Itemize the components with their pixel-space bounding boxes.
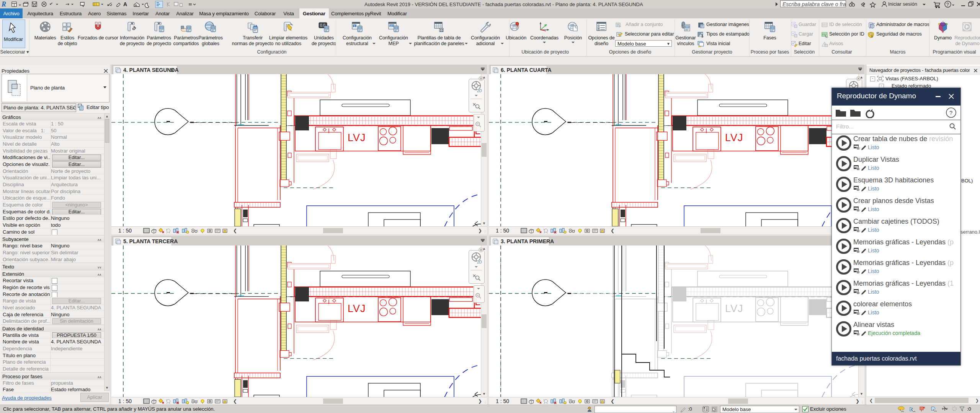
svg-text:?: ? bbox=[949, 109, 952, 116]
svg-text:Iniciar sesión: Iniciar sesión bbox=[888, 1, 917, 7]
svg-text:5: 5 bbox=[354, 25, 355, 28]
svg-text:A: A bbox=[123, 1, 127, 7]
svg-text:?: ? bbox=[946, 2, 949, 7]
svg-text:R: R bbox=[1, 0, 6, 8]
